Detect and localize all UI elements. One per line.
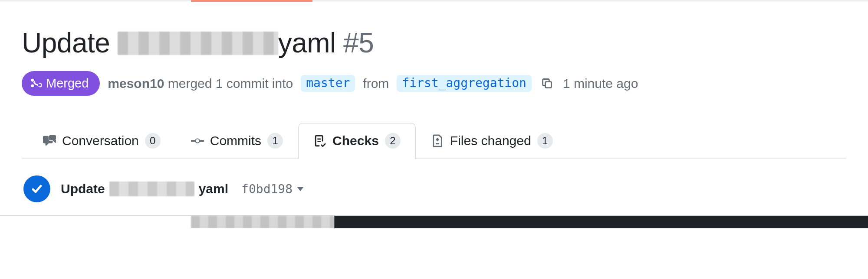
author-link[interactable]: meson10 [108,76,164,91]
strip-dark-panel [334,216,868,228]
git-merge-icon [30,78,42,89]
state-badge-label: Merged [46,76,89,91]
tab-loading-accent [191,0,312,2]
pr-title-row: Update yaml #5 [22,28,846,58]
commit-sha-dropdown[interactable]: f0bd198 [239,180,306,198]
tab-files-label: Files changed [450,133,531,148]
strip-redacted [191,216,334,228]
head-branch-label[interactable]: first_aggregation [397,75,532,92]
pr-title-suffix: yaml [278,27,336,58]
check-icon [30,182,44,196]
tab-files-changed[interactable]: Files changed 1 [416,123,568,159]
check-run-header: Update yaml f0bd198 [22,175,846,202]
tab-checks[interactable]: Checks 2 [298,123,416,159]
commit-title-prefix: Update [61,182,105,196]
tab-commits-count: 1 [267,133,283,149]
copy-branch-icon[interactable] [539,76,555,91]
comment-discussion-icon [43,134,56,147]
pr-meta-row: Merged meson10 merged 1 commit into mast… [22,71,846,96]
time-ago: 1 minute ago [563,76,638,91]
svg-rect-0 [546,82,552,88]
tab-checks-label: Checks [332,133,379,148]
pr-title: Update yaml #5 [22,28,374,58]
base-branch-label[interactable]: master [301,75,355,92]
window-top-border [0,0,868,2]
pr-tabnav: Conversation 0 Commits 1 Checks 2 [22,123,846,159]
state-badge-merged: Merged [22,71,100,96]
checklist-icon [313,134,326,147]
check-run-title[interactable]: Update yaml [61,182,228,196]
tab-files-count: 1 [537,133,553,149]
pr-title-prefix: Update [22,27,110,58]
commit-sha: f0bd198 [241,182,293,196]
commit-title-redacted [109,182,194,196]
tab-commits[interactable]: Commits 1 [176,123,298,159]
caret-down-icon [297,187,304,191]
pr-title-redacted [118,32,278,55]
tab-commits-label: Commits [210,133,261,148]
tab-conversation-label: Conversation [62,133,139,148]
pr-number: #5 [343,27,374,58]
git-commit-icon [191,134,204,147]
commit-title-suffix: yaml [199,182,228,196]
merged-text: merged 1 commit into [168,76,293,91]
tab-conversation[interactable]: Conversation 0 [28,123,176,159]
file-diff-icon [431,134,444,147]
tab-checks-count: 2 [385,133,401,149]
tab-conversation-count: 0 [145,133,161,149]
status-success-badge [23,175,50,202]
from-word: from [363,76,389,91]
checks-sidebar-strip [0,215,868,228]
